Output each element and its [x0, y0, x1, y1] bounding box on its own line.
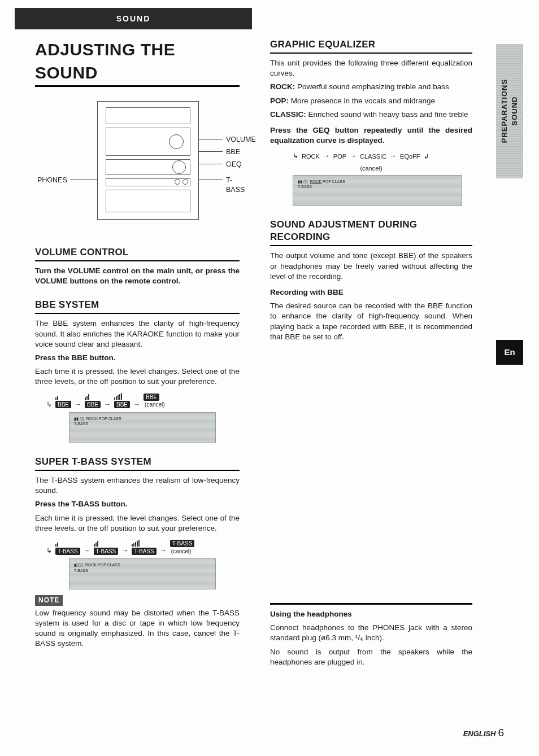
- headphones-l1: Connect headphones to the PHONES jack wi…: [270, 623, 472, 643]
- callout-phones: PHONES: [37, 176, 67, 185]
- callout-tbass: T-BASS: [226, 176, 245, 195]
- left-column: ADJUSTING THE SOUND VOLUME BBE GEQ T-BAS…: [35, 38, 240, 652]
- callout-volume: VOLUME: [226, 135, 256, 145]
- section-header: SOUND: [15, 8, 252, 29]
- geq-rock: ROCK: Powerful sound emphasizing treble …: [270, 82, 472, 92]
- page-footer: ENGLISH6: [463, 726, 504, 740]
- side-tab: PREPARATIONSSOUND: [496, 44, 523, 178]
- headphones-l2: No sound is output from the speakers whi…: [270, 647, 472, 667]
- geq-classic: CLASSIC: Enriched sound with heavy bass …: [270, 110, 472, 120]
- device-outline: [97, 101, 199, 220]
- geq-cancel: (cancel): [270, 164, 472, 173]
- geq-sequence: ↳ROCK →POP →CLASSIC →EQoFF↲: [293, 151, 472, 160]
- recording-sub: Recording with BBE: [270, 287, 472, 298]
- language-tab: En: [496, 340, 523, 365]
- bbe-intro: The BBE system enhances the clarity of h…: [35, 318, 240, 349]
- footer-lang: ENGLISH: [463, 729, 496, 738]
- page-title: ADJUSTING THE SOUND: [35, 38, 240, 87]
- heading-recording: SOUND ADJUSTMENT DURING RECORDING: [270, 219, 472, 247]
- tbass-sequence: ↳ T-BASS → T-BASS → T-BASS → T-BASS(canc…: [46, 539, 240, 555]
- device-illustration: VOLUME BBE GEQ T-BASS PHONES: [35, 98, 240, 234]
- note-tag: NOTE: [35, 595, 63, 605]
- geq-lcd: ▮▮ ▯▯ ROCK POP CLASST-BASS: [293, 175, 462, 206]
- geq-press: Press the GEQ button repeatedly until th…: [270, 125, 472, 146]
- callout-geq: GEQ: [226, 160, 242, 169]
- recording-sub-body: The desired source can be recorded with …: [270, 301, 472, 342]
- divider: [270, 603, 472, 605]
- heading-volume: VOLUME CONTROL: [35, 246, 240, 261]
- callout-bbe: BBE: [226, 147, 240, 157]
- heading-bbe: BBE SYSTEM: [35, 299, 240, 314]
- heading-tbass: SUPER T-BASS SYSTEM: [35, 456, 240, 471]
- bbe-body: Each time it is pressed, the level chang…: [35, 366, 240, 387]
- note-body: Low frequency sound may be distorted whe…: [35, 608, 240, 649]
- footer-page: 6: [498, 727, 504, 738]
- tbass-intro: The T-BASS system enhances the realism o…: [35, 475, 240, 496]
- tbass-lcd: ▮▯▯▯ ROCK POP CLASST-BASS: [69, 558, 216, 589]
- volume-body: Turn the VOLUME control on the main unit…: [35, 266, 240, 286]
- right-column: GRAPHIC EQUALIZER This unit provides the…: [270, 38, 472, 346]
- geq-pop: POP: More presence in the vocals and mid…: [270, 96, 472, 106]
- recording-body: The output volume and tone (except BBE) …: [270, 251, 472, 282]
- heading-geq: GRAPHIC EQUALIZER: [270, 38, 472, 54]
- bbe-lcd: ▮▮ ▯▯ ROCK POP CLASST-BASS: [69, 412, 216, 443]
- bbe-press: Press the BBE button.: [35, 353, 240, 363]
- section-header-label: SOUND: [116, 14, 151, 24]
- side-tab-text: PREPARATIONSSOUND: [499, 79, 519, 143]
- tbass-body: Each time it is pressed, the level chang…: [35, 513, 240, 534]
- tbass-press: Press the T-BASS button.: [35, 499, 240, 509]
- headphones-heading: Using the headphones: [270, 609, 472, 619]
- geq-intro: This unit provides the following three d…: [270, 58, 472, 78]
- headphones-block: Using the headphones Connect headphones …: [270, 603, 472, 671]
- bbe-sequence: ↳ BBE → BBE → BBE → BBE(cancel): [46, 393, 240, 409]
